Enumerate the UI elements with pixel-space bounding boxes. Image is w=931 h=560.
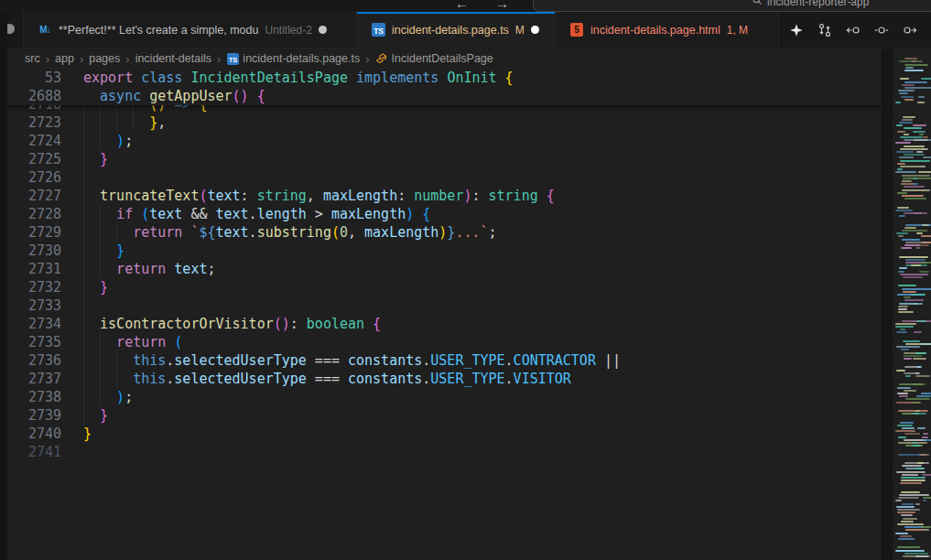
code-line-2725[interactable]: 2725} [7,150,882,168]
navigate-forward-button[interactable]: → [495,0,509,11]
minimap-line [898,410,928,412]
line-number[interactable]: 2733 [7,296,61,315]
indent-guide [83,242,84,260]
indent-guide [100,205,101,223]
indent-guide [83,315,84,333]
minimap-line [895,533,908,534]
code-line-2724[interactable]: 2724); [7,132,882,150]
minimap-line [896,331,907,333]
code-line-2731[interactable]: 2731return text; [7,260,882,278]
sticky-scroll[interactable]: 53export class IncidentDetailsPage imple… [7,69,882,105]
code-line-2733[interactable]: 2733 [7,296,882,315]
minimap-line [900,274,928,275]
line-number[interactable]: 2729 [7,223,61,242]
code-line-2688[interactable]: 2688async getAppUser() { [7,87,882,105]
minimap-line [902,119,913,121]
breadcrumb-item-incident-details[interactable]: incident-details [135,52,211,65]
code-line-2729[interactable]: 2729return `${text.substring(0, maxLengt… [7,223,882,242]
minimap-line [901,521,914,522]
minimap-line [904,186,925,188]
line-number[interactable]: 2741 [7,443,61,461]
revert-file-icon[interactable] [871,20,892,40]
breadcrumb-item-app[interactable]: app [55,52,74,65]
navigate-back-button[interactable]: ← [455,0,469,11]
line-number[interactable]: 53 [7,69,61,87]
minimap[interactable] [893,48,931,560]
code-line-2736[interactable]: 2736this.selectedUserType === constants.… [7,351,882,370]
modified-dot-icon[interactable] [531,26,539,34]
minimap-line [911,264,921,266]
line-number[interactable]: 2739 [7,406,61,425]
tab-incident-details-page-html[interactable]: 5 incident-details.page.html 1, M [556,12,779,48]
code-line-2728[interactable]: 2728if (text && text.length > maxLength)… [7,205,882,223]
editor-tab-bar: M↓ **Perfect!** Let's create a simple, m… [23,12,931,48]
code-line-2726[interactable]: 2726 [7,168,882,187]
code-line-2734[interactable]: 2734isContractorOrVisitor(): boolean { [7,315,882,333]
minimap-line [899,395,908,397]
line-number[interactable]: 2731 [7,260,61,278]
code-line-2740[interactable]: 2740} [7,425,882,443]
code-line-2732[interactable]: 2732} [7,278,882,296]
breadcrumb-item-incident-details.page.ts[interactable]: TSincident-details.page.ts [226,52,360,65]
code-line-2723[interactable]: 2723}, [7,113,882,132]
code-line-2735[interactable]: 2735return ( [7,333,882,351]
indent-guide [100,351,101,370]
editor-scrollbar[interactable] [882,48,893,560]
indent-guide [100,370,101,388]
line-number[interactable]: 2740 [7,425,61,443]
minimap-line [899,122,913,124]
code-line-2737[interactable]: 2737this.selectedUserType === constants.… [7,370,882,388]
line-number[interactable]: 2727 [7,187,61,205]
minimap-line [913,413,926,415]
code-line-2730[interactable]: 2730} [7,242,882,260]
breadcrumb-item-src[interactable]: src [25,52,40,65]
source-control-graph-icon[interactable] [815,20,835,40]
code-line-2741[interactable]: 2741 [7,443,882,461]
indent-guide [83,132,84,150]
html-file-icon: 5 [569,23,584,38]
tab-untitled-markdown[interactable]: M↓ **Perfect!** Let's create a simple, m… [23,12,357,48]
line-number[interactable]: 2726 [7,168,61,187]
minimap-line [905,398,930,400]
code-line-53[interactable]: 53export class IncidentDetailsPage imple… [7,69,882,87]
line-number[interactable]: 2730 [7,242,61,260]
breadcrumb-item-IncidentDetailsPage[interactable]: IncidentDetailsPage [375,52,493,65]
code-line-2727[interactable]: 2727truncateText(text: string, maxLength… [7,187,882,205]
tab-incident-details-page-ts[interactable]: TS incident-details.page.ts M [357,12,556,48]
line-number[interactable]: 2688 [7,87,61,105]
minimap-line [896,506,915,508]
line-number[interactable]: 2724 [7,132,61,150]
next-change-icon[interactable] [900,20,920,40]
minimap-line [903,116,915,118]
modified-dot-icon[interactable] [319,26,327,34]
line-number[interactable]: 2738 [7,388,61,406]
code-text: } [116,242,124,260]
symbol-class-icon [375,52,388,65]
tab-title: incident-details.page.html [590,24,720,37]
code-line-2738[interactable]: 2738); [7,388,882,406]
command-center-searchbox[interactable]: incident-reporter-app [533,0,931,12]
previous-change-icon[interactable] [843,20,863,40]
code-line-2739[interactable]: 2739} [7,406,882,425]
line-number[interactable]: 2732 [7,278,61,296]
minimap-line [904,70,924,71]
line-number[interactable]: 2725 [7,150,61,168]
code-editor[interactable]: 2718() => {2723},2724);2725}27262727trun… [7,69,882,560]
breadcrumb-item-pages[interactable]: pages [89,52,120,65]
minimap-line [902,427,915,429]
minimap-line [921,393,931,394]
markdown-file-icon: M↓ [38,23,52,38]
line-number[interactable]: 2734 [7,315,61,333]
line-number[interactable]: 2736 [7,351,61,370]
minimap-line [903,340,920,342]
line-number[interactable]: 2735 [7,333,61,351]
line-number[interactable]: 2737 [7,370,61,388]
minimap-line [904,553,928,555]
minimap-line [923,529,929,531]
error-modified-badge: 1, M [727,24,748,37]
copilot-sparkle-icon[interactable] [786,20,807,40]
line-number[interactable]: 2728 [7,205,61,223]
code-text: truncateText(text: string, maxLength: nu… [100,187,555,205]
line-number[interactable]: 2723 [7,113,61,132]
minimap-line [911,294,926,296]
